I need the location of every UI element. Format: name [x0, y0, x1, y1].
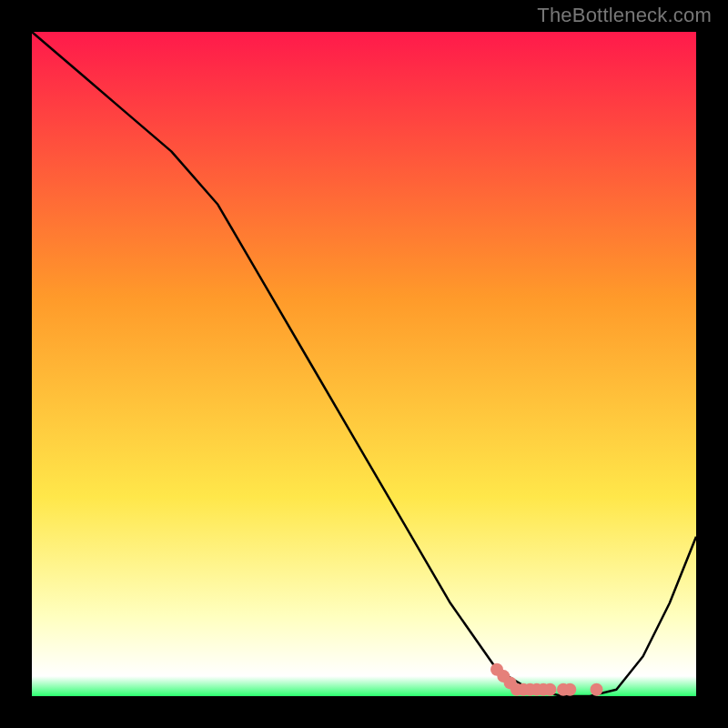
gradient-background	[32, 32, 696, 696]
plot-area	[32, 32, 696, 696]
chart-svg	[32, 32, 696, 696]
chart-container: TheBottleneck.com	[0, 0, 728, 728]
marker-dot	[563, 683, 576, 696]
marker-dot	[591, 683, 603, 696]
marker-dot	[543, 683, 556, 696]
watermark-text: TheBottleneck.com	[537, 4, 712, 27]
